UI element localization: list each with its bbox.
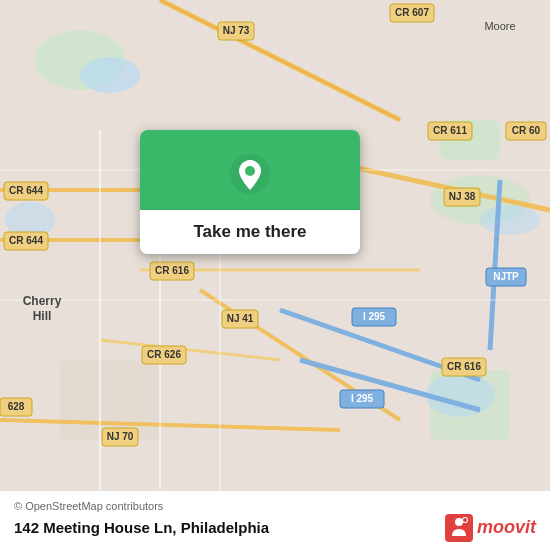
svg-text:I 295: I 295 xyxy=(351,393,374,404)
svg-point-5 xyxy=(480,205,540,235)
popup-header xyxy=(140,130,360,210)
svg-point-8 xyxy=(425,373,495,417)
svg-text:CR 644: CR 644 xyxy=(9,235,43,246)
svg-text:CR 626: CR 626 xyxy=(147,349,181,360)
location-pin-icon xyxy=(228,152,272,196)
svg-text:NJ 70: NJ 70 xyxy=(107,431,134,442)
svg-text:628: 628 xyxy=(8,401,25,412)
svg-text:Moore: Moore xyxy=(484,20,515,32)
svg-text:Cherry: Cherry xyxy=(23,294,62,308)
svg-text:NJ 41: NJ 41 xyxy=(227,313,254,324)
svg-text:CR 611: CR 611 xyxy=(433,125,467,136)
svg-text:CR 616: CR 616 xyxy=(447,361,481,372)
moovit-text: moovit xyxy=(477,517,536,538)
svg-text:CR 644: CR 644 xyxy=(9,185,43,196)
svg-point-65 xyxy=(455,518,463,526)
address-label: 142 Meeting House Ln, Philadelphia xyxy=(14,519,269,536)
moovit-brand-icon xyxy=(445,514,473,542)
copyright-text: © OpenStreetMap contributors xyxy=(14,500,536,512)
svg-text:CR 60: CR 60 xyxy=(512,125,541,136)
svg-text:I 295: I 295 xyxy=(363,311,386,322)
svg-point-67 xyxy=(463,518,467,522)
svg-text:NJ 38: NJ 38 xyxy=(449,191,476,202)
location-popup: Take me there xyxy=(140,130,360,254)
svg-text:NJ 73: NJ 73 xyxy=(223,25,250,36)
map-view: CR 607 NJ 73 Moore CR 611 CR 60 CR 644 N… xyxy=(0,0,550,490)
address-text: 142 Meeting House Ln, Philadelphia moovi… xyxy=(14,514,536,542)
svg-point-63 xyxy=(245,166,255,176)
take-me-there-button[interactable]: Take me there xyxy=(140,210,360,254)
bottom-info-bar: © OpenStreetMap contributors 142 Meeting… xyxy=(0,490,550,550)
svg-text:NJTP: NJTP xyxy=(493,271,519,282)
svg-point-2 xyxy=(80,57,140,93)
svg-text:CR 607: CR 607 xyxy=(395,7,429,18)
moovit-logo: moovit xyxy=(445,514,536,542)
svg-text:CR 616: CR 616 xyxy=(155,265,189,276)
svg-text:Hill: Hill xyxy=(33,309,52,323)
